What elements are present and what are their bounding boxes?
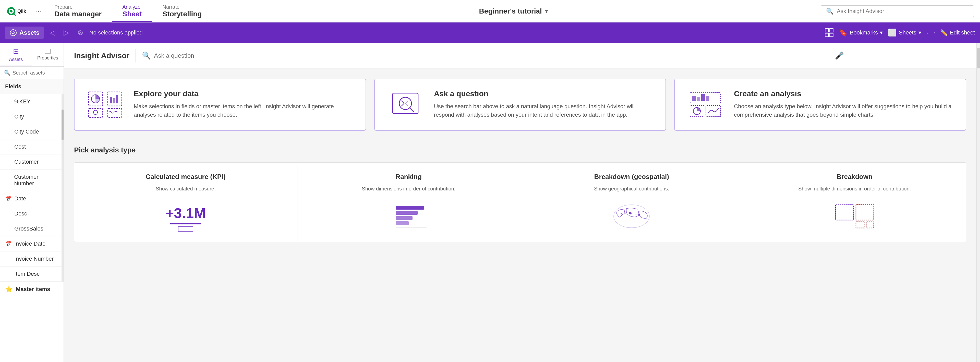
sheets-chevron: ▾ (918, 29, 921, 36)
analysis-card-ranking[interactable]: Ranking Show dimensions in order of cont… (298, 163, 520, 242)
insight-advisor-button[interactable]: Assets (5, 27, 44, 39)
field-item-invoice-date[interactable]: 📅 Invoice Date (0, 236, 64, 252)
master-items-icon: ⭐ (5, 285, 13, 293)
field-item-desc[interactable]: Desc (0, 206, 64, 221)
svg-rect-12 (89, 108, 103, 118)
master-items-label: Master items (16, 286, 50, 293)
no-selections-label: No selections applied (89, 29, 821, 36)
svg-rect-16 (113, 98, 115, 104)
explore-card: Explore your data Make selections in fie… (74, 79, 366, 131)
field-item-gross-sales[interactable]: GrossSales (0, 221, 64, 236)
top-search-input[interactable] (837, 8, 969, 14)
nav-right: 🔍 (815, 0, 980, 22)
field-item-city-code[interactable]: City Code (0, 124, 64, 139)
svg-rect-13 (108, 108, 122, 118)
assets-tab[interactable]: ⊞ Assets (0, 43, 32, 66)
master-items-item[interactable]: ⭐ Master items (0, 282, 64, 297)
field-item-item-desc[interactable]: Item Desc (0, 266, 64, 282)
nav-tabs: Prepare Data manager Analyze Sheet Narra… (44, 0, 212, 22)
properties-icon (45, 49, 51, 54)
explore-card-content: Explore your data Make selections in fie… (134, 89, 355, 119)
nav-more-button[interactable]: ··· (33, 0, 44, 22)
create-card-title: Create an analysis (734, 89, 956, 98)
assets-label: Assets (9, 57, 23, 62)
toolbar-right: 🔖 Bookmarks ▾ ⬜ Sheets ▾ ‹ › ✏️ Edit she… (824, 28, 975, 37)
main-layout: ⊞ Assets Properties 🔍 Fields (0, 43, 980, 362)
svg-line-40 (630, 213, 639, 215)
analysis-section-title: Pick analysis type (74, 146, 966, 154)
nav-next-button[interactable]: › (933, 29, 935, 36)
kpi-box (178, 226, 193, 231)
insight-search-bar[interactable]: 🔍 🎤 (135, 48, 850, 63)
field-gross-sales-label: GrossSales (14, 225, 43, 232)
geospatial-desc: Show geographical contributions. (594, 186, 669, 192)
tab-prepare[interactable]: Prepare Data manager (44, 0, 112, 22)
analysis-card-geospatial[interactable]: Breakdown (geospatial) Show geographical… (520, 163, 743, 242)
ask-card: Ask a question Use the search bar above … (374, 79, 666, 131)
svg-line-21 (410, 108, 414, 112)
right-scrollbar-thumb[interactable] (977, 48, 980, 69)
breakdown-desc: Show multiple dimensions in order of con… (798, 186, 911, 192)
analysis-card-kpi[interactable]: Calculated measure (KPI) Show calculated… (74, 163, 298, 242)
svg-rect-8 (825, 33, 829, 37)
ask-card-content: Ask a question Use the search bar above … (434, 89, 655, 119)
cards-area: Explore your data Make selections in fie… (64, 69, 977, 362)
field-key-label: %KEY (14, 98, 31, 105)
edit-icon: ✏️ (940, 29, 948, 36)
svg-rect-15 (110, 97, 112, 104)
svg-rect-17 (116, 95, 118, 104)
svg-rect-24 (697, 97, 700, 101)
field-item-city[interactable]: City (0, 109, 64, 124)
insight-search-icon: 🔍 (142, 51, 151, 60)
nav-center: Beginner's tutorial ▾ (212, 0, 815, 22)
search-icon: 🔍 (4, 70, 11, 76)
field-cost-label: Cost (14, 144, 26, 150)
properties-tab[interactable]: Properties (32, 43, 64, 66)
scrollbar-thumb[interactable] (62, 110, 64, 140)
tab-narrate[interactable]: Narrate Storytelling (152, 0, 212, 22)
svg-rect-25 (701, 94, 705, 101)
app-title[interactable]: Beginner's tutorial ▾ (479, 7, 548, 15)
ask-card-icon (385, 89, 426, 120)
insight-search-input[interactable] (154, 52, 832, 59)
svg-rect-43 (856, 205, 874, 220)
edit-sheet-button[interactable]: ✏️ Edit sheet (940, 29, 975, 36)
field-invoice-date-label: Invoice Date (14, 241, 45, 247)
field-city-code-label: City Code (14, 128, 39, 135)
nav-prev-button[interactable]: ‹ (926, 29, 928, 36)
field-item-invoice-number[interactable]: Invoice Number (0, 252, 64, 266)
selection-back-button[interactable]: ◁ (48, 26, 57, 39)
field-item-key[interactable]: %KEY (0, 94, 64, 109)
left-tabs: ⊞ Assets Properties (0, 43, 64, 67)
explore-card-icon (85, 89, 126, 120)
selection-forward-button[interactable]: ▷ (62, 26, 71, 39)
field-item-cost[interactable]: Cost (0, 139, 64, 155)
fields-list: %KEY City City Code Cost (0, 94, 64, 282)
field-customer-label: Customer (14, 158, 38, 165)
search-assets-input[interactable] (13, 70, 64, 76)
search-assets-bar[interactable]: 🔍 (0, 67, 64, 79)
sheets-button[interactable]: ⬜ Sheets ▾ (888, 28, 921, 37)
field-item-customer[interactable]: Customer (0, 155, 64, 169)
fields-label: Fields (5, 83, 21, 89)
field-item-date[interactable]: 📅 Date (0, 191, 64, 206)
explore-card-title: Explore your data (134, 89, 355, 98)
left-panel: ⊞ Assets Properties 🔍 Fields (0, 43, 64, 362)
kpi-desc: Show calculated measure. (156, 186, 216, 192)
tab-analyze[interactable]: Analyze Sheet (112, 0, 152, 22)
qlik-logo-icon: Qlik (6, 6, 27, 16)
field-customer-number-label: Customer Number (14, 174, 59, 187)
geo-icon-svg (611, 204, 652, 229)
bookmarks-button[interactable]: 🔖 Bookmarks ▾ (839, 28, 883, 37)
field-date-cal-icon: 📅 (5, 196, 11, 202)
selection-clear-button[interactable]: ⊗ (75, 26, 85, 39)
svg-rect-33 (396, 216, 412, 220)
kpi-title: Calculated measure (KPI) (145, 173, 226, 181)
field-item-customer-number[interactable]: Customer Number (0, 169, 64, 191)
mic-icon[interactable]: 🎤 (835, 51, 844, 60)
top-ask-search[interactable]: 🔍 (821, 5, 974, 17)
analysis-card-breakdown[interactable]: Breakdown Show multiple dimensions in or… (743, 163, 966, 242)
svg-rect-31 (396, 206, 424, 210)
info-cards: Explore your data Make selections in fie… (74, 79, 966, 131)
grid-view-button[interactable] (824, 28, 834, 37)
